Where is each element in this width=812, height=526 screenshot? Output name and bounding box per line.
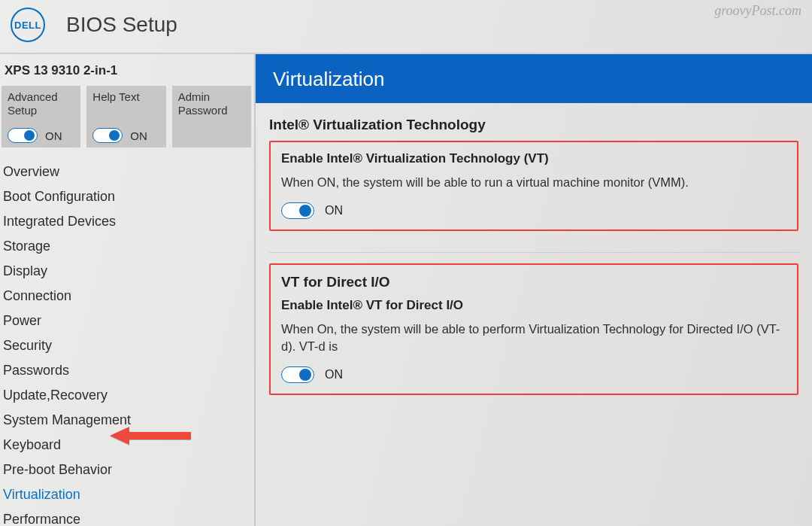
card-admin-password[interactable]: Admin Password xyxy=(172,86,251,147)
brand-bar: DELL BIOS Setup xyxy=(0,0,812,54)
toggle-state: ON xyxy=(325,368,343,382)
sidebar-item-passwords[interactable]: Passwords xyxy=(0,358,254,383)
section2-desc: When On, the system will be able to perf… xyxy=(281,321,786,354)
sidebar-nav: OverviewBoot ConfigurationIntegrated Dev… xyxy=(0,157,254,526)
card-help-text[interactable]: Help Text ON xyxy=(86,86,165,147)
sidebar: XPS 13 9310 2-in-1 Advanced Setup ON Hel… xyxy=(0,54,256,526)
sidebar-item-security[interactable]: Security xyxy=(0,333,254,358)
main-body: Intel® Virtualization Technology Enable … xyxy=(256,103,812,416)
section1-title: Intel® Virtualization Technology xyxy=(269,117,812,133)
section1-subtitle: Enable Intel® Virtualization Technology … xyxy=(281,151,786,166)
sidebar-item-performance[interactable]: Performance xyxy=(0,507,254,526)
sidebar-item-display[interactable]: Display xyxy=(0,259,254,284)
section1-desc: When ON, the system will be able to run … xyxy=(281,174,786,190)
card-advanced-setup[interactable]: Advanced Setup ON xyxy=(2,86,80,147)
highlight-section2: VT for Direct I/O Enable Intel® VT for D… xyxy=(269,263,798,395)
sidebar-item-keyboard[interactable]: Keyboard xyxy=(0,433,254,458)
toggle-advanced-setup[interactable] xyxy=(8,128,38,143)
sidebar-item-pre-boot-behavior[interactable]: Pre-boot Behavior xyxy=(0,458,254,482)
sidebar-item-connection[interactable]: Connection xyxy=(0,284,254,309)
dell-logo-icon: DELL xyxy=(11,8,45,42)
sidebar-item-update-recovery[interactable]: Update,Recovery xyxy=(0,383,254,408)
page-title: BIOS Setup xyxy=(66,13,177,37)
section2-title: VT for Direct I/O xyxy=(281,274,786,290)
toggle-state: ON xyxy=(325,204,343,217)
toggle-help-text[interactable] xyxy=(92,128,123,143)
watermark: groovyPost.com xyxy=(714,3,801,19)
sidebar-item-integrated-devices[interactable]: Integrated Devices xyxy=(0,209,254,234)
sidebar-item-power[interactable]: Power xyxy=(0,309,254,333)
machine-name: XPS 13 9310 2-in-1 xyxy=(0,60,254,86)
card-label: Admin Password xyxy=(178,90,245,117)
toggle-state: ON xyxy=(45,129,62,142)
section2-subtitle: Enable Intel® VT for Direct I/O xyxy=(281,298,786,313)
sidebar-item-storage[interactable]: Storage xyxy=(0,234,254,259)
sidebar-item-overview[interactable]: Overview xyxy=(0,160,254,184)
sidebar-item-virtualization[interactable]: Virtualization xyxy=(0,482,254,507)
card-label: Advanced Setup xyxy=(8,90,74,117)
main-header: Virtualization xyxy=(256,54,812,103)
toggle-intel-vt[interactable] xyxy=(281,202,314,219)
section-divider xyxy=(269,252,801,253)
sidebar-item-boot-configuration[interactable]: Boot Configuration xyxy=(0,184,254,209)
toggle-vt-direct-io[interactable] xyxy=(281,366,314,383)
sidebar-toggle-cards: Advanced Setup ON Help Text ON xyxy=(0,86,254,157)
dell-logo-text: DELL xyxy=(14,20,41,31)
sidebar-item-system-management[interactable]: System Management xyxy=(0,408,254,433)
card-label: Help Text xyxy=(92,90,159,104)
main-panel: Virtualization Intel® Virtualization Tec… xyxy=(256,54,812,526)
toggle-state: ON xyxy=(130,129,147,142)
highlight-section1: Enable Intel® Virtualization Technology … xyxy=(269,141,798,231)
